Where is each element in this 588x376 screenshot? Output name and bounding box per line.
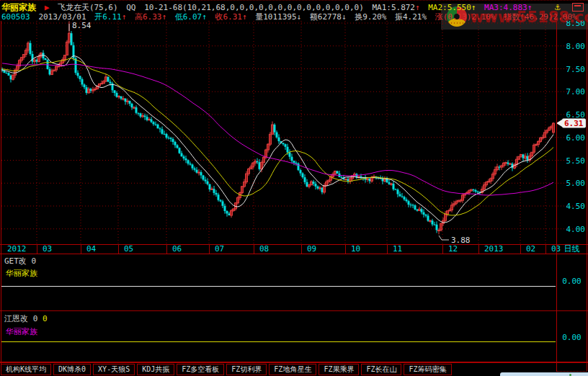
bottom-tab[interactable]: XY-天狼S	[93, 364, 135, 375]
bottom-tab[interactable]: FZ多空看板	[177, 364, 224, 375]
turnover-stat: 换9.20%	[355, 12, 386, 22]
bottom-tab[interactable]: FZ长在山	[361, 364, 401, 375]
period-label[interactable]: 日线	[557, 245, 587, 254]
time-axis-label: 08	[259, 245, 269, 254]
trading-app-window: www.55188.com 华丽家族 ▶ 飞龙在天(75,6) QQ 10-21…	[0, 0, 588, 376]
panel2-title: 江恩改 0 0	[4, 313, 48, 324]
time-axis-label: 02	[526, 245, 535, 254]
bottom-tab[interactable]: FZ地角星生	[269, 364, 316, 375]
panel1-right-value: 0.00	[557, 277, 587, 286]
panel2-indicator-line	[1, 341, 556, 342]
svg-text:6.31: 6.31	[564, 119, 584, 128]
header-line-2: 600503 2013/03/01 开6.11↑ 高6.33↑ 低6.07↑ 收…	[1, 12, 588, 22]
ma-line-68	[2, 63, 553, 195]
volume-stat: 量1011395↓	[255, 12, 301, 22]
panel2-right-value: 0.00	[557, 333, 587, 342]
amount-stat: 额62778↓	[310, 12, 347, 22]
svg-text:3.88: 3.88	[451, 236, 471, 244]
stock-code: 600503	[1, 12, 30, 22]
anchor-icon[interactable]: ⚓	[555, 1, 561, 12]
bottom-tab[interactable]: FZ切利界	[226, 364, 267, 375]
index-stat: 指数(46.29)2.00%	[504, 12, 576, 22]
tab-bar-right-box	[556, 363, 587, 372]
tab-list: 机构K线平均DK博杀0XY-天狼SKDJ共振FZ多空看板FZ切利界FZ地角星生F…	[0, 364, 452, 375]
time-axis-label: 06	[172, 245, 182, 254]
close-stat: 收6.31↑	[215, 12, 246, 22]
time-axis-label: 09	[307, 245, 316, 254]
time-axis-label: 12	[448, 245, 458, 254]
bottom-tab[interactable]: DK博杀0	[53, 364, 91, 375]
time-axis-label: 11	[393, 245, 402, 254]
amplitude-stat: 振4.21%	[395, 12, 427, 22]
panel1-series-label: 华丽家族	[6, 268, 37, 279]
svg-text:7.00: 7.00	[566, 87, 586, 97]
low-stat: 低6.07↑	[175, 12, 207, 22]
bottom-tab[interactable]: 机构K线平均	[1, 364, 51, 375]
background-window-fragment	[500, 372, 588, 376]
time-axis-label: 04	[86, 245, 96, 254]
time-axis-label: 03	[43, 245, 52, 254]
bottom-tab[interactable]: FZ筹码密集	[404, 364, 451, 375]
quote-date: 2013/03/01	[38, 12, 86, 22]
indicator-panel-gann[interactable]: 江恩改 0 0 华丽家族 0.00	[0, 311, 588, 362]
svg-text:6.00: 6.00	[566, 133, 586, 143]
time-axis-label: 10	[351, 245, 360, 254]
time-axis-label: 07	[215, 245, 224, 254]
window-grid-icon[interactable]	[572, 3, 584, 12]
svg-text:7.50: 7.50	[566, 65, 586, 74]
time-axis-label: 2012	[7, 245, 27, 254]
main-chart[interactable]: 8.543.888.508.007.507.006.506.005.505.00…	[0, 21, 588, 244]
svg-text:4.50: 4.50	[566, 202, 586, 211]
left-border	[1, 21, 1, 371]
time-axis-label: 05	[124, 245, 133, 254]
right-border	[587, 21, 587, 371]
bottom-tab[interactable]: KDJ共振	[137, 364, 174, 375]
stock-name: 华丽家族	[1, 2, 36, 12]
high-stat: 高6.33↑	[135, 12, 166, 22]
svg-text:5.00: 5.00	[566, 179, 586, 188]
svg-text:6.50: 6.50	[566, 110, 586, 120]
svg-text:4.00: 4.00	[566, 225, 586, 234]
panel2-series-label: 华丽家族	[6, 326, 37, 337]
change-stat: 涨(0.13)2.10%	[435, 12, 496, 22]
panel1-title: GET改 0	[4, 256, 36, 267]
axis-border	[556, 21, 557, 371]
indicator-panel-get[interactable]: GET改 0 华丽家族 0.00	[0, 254, 588, 311]
time-axis-label: 2013	[484, 245, 504, 254]
svg-text:5.50: 5.50	[566, 156, 586, 166]
bottom-tab[interactable]: FZ果乘界	[318, 364, 359, 375]
svg-text:8.00: 8.00	[566, 42, 586, 51]
panel1-indicator-line	[1, 286, 556, 287]
time-axis[interactable]: 日线 20120304050607080910111220130203	[0, 244, 588, 254]
open-stat: 开6.11↑	[94, 12, 126, 22]
